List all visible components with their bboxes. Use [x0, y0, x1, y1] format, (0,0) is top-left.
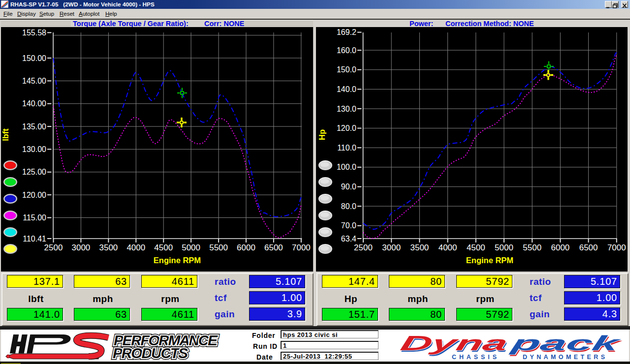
svg-text:5500: 5500 [209, 243, 228, 252]
svg-text:Engine RPM: Engine RPM [154, 256, 201, 265]
svg-text:63.4: 63.4 [341, 235, 356, 243]
svg-text:110.0: 110.0 [337, 144, 356, 152]
svg-text:130.0: 130.0 [337, 105, 356, 113]
svg-text:6500: 6500 [264, 243, 283, 252]
svg-text:70.0: 70.0 [341, 221, 356, 230]
svg-text:5500: 5500 [523, 243, 541, 252]
svg-text:100.0: 100.0 [337, 163, 356, 171]
svg-text:6000: 6000 [551, 243, 569, 252]
svg-text:Engine RPM: Engine RPM [466, 256, 513, 265]
svg-text:Dyna: Dyna [398, 332, 510, 355]
svg-text:150.00: 150.00 [22, 54, 46, 62]
svg-text:4500: 4500 [467, 243, 485, 252]
svg-text:4000: 4000 [126, 243, 145, 252]
svg-text:2500: 2500 [354, 243, 373, 252]
svg-text:155.58: 155.58 [22, 29, 46, 37]
svg-text:145.00: 145.00 [22, 77, 46, 85]
svg-text:5000: 5000 [182, 243, 200, 252]
svg-text:PRODUCTS: PRODUCTS [113, 345, 188, 361]
svg-text:3500: 3500 [410, 243, 429, 252]
svg-text:135.00: 135.00 [22, 122, 46, 131]
svg-text:4500: 4500 [154, 243, 173, 252]
svg-text:140.00: 140.00 [22, 99, 46, 108]
svg-text:80.0: 80.0 [341, 202, 356, 211]
svg-text:7000: 7000 [292, 243, 311, 252]
svg-text:4000: 4000 [439, 243, 457, 252]
svg-text:90.0: 90.0 [341, 182, 356, 191]
svg-text:130.00: 130.00 [22, 145, 46, 153]
svg-text:pack: pack [508, 332, 624, 355]
svg-text:115.00: 115.00 [23, 213, 46, 222]
svg-text:125.00: 125.00 [22, 168, 46, 176]
svg-text:DYNAMOMETERS: DYNAMOMETERS [523, 354, 607, 361]
svg-text:6000: 6000 [237, 243, 255, 252]
svg-text:2500: 2500 [44, 243, 63, 252]
svg-text:169.2: 169.2 [337, 28, 356, 36]
svg-text:120.00: 120.00 [22, 191, 46, 199]
svg-text:Hp: Hp [317, 129, 326, 140]
svg-text:5000: 5000 [495, 243, 513, 252]
svg-text:7000: 7000 [607, 243, 626, 252]
svg-text:3000: 3000 [71, 243, 90, 252]
svg-text:110.41: 110.41 [23, 235, 46, 243]
svg-text:150.0: 150.0 [337, 65, 356, 74]
svg-text:3000: 3000 [382, 243, 401, 252]
svg-text:160.0: 160.0 [337, 46, 356, 55]
svg-text:CHASSIS: CHASSIS [452, 354, 500, 361]
svg-text:120.0: 120.0 [337, 124, 356, 132]
svg-text:lbft: lbft [1, 128, 10, 141]
svg-text:6500: 6500 [579, 243, 598, 252]
svg-text:140.0: 140.0 [337, 85, 356, 93]
svg-text:3500: 3500 [99, 243, 118, 252]
